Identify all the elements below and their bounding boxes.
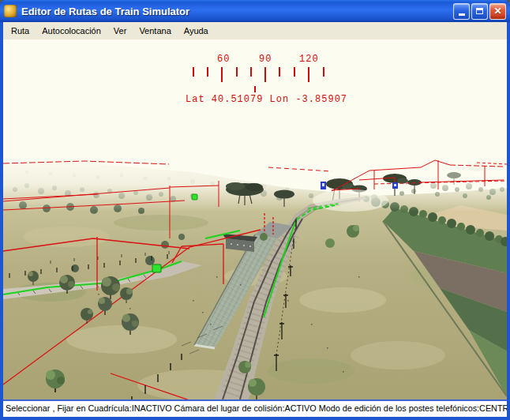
maximize-button[interactable]: [471, 3, 488, 20]
menu-ayuda[interactable]: Ayuda: [178, 24, 215, 38]
marker-blue-track[interactable]: [321, 182, 326, 189]
world-viewport[interactable]: 60 90 120: [3, 39, 507, 399]
maximize-icon: [476, 8, 483, 14]
menu-ver[interactable]: Ver: [107, 24, 133, 38]
train-icon: [4, 5, 17, 17]
marker-blue-far[interactable]: [392, 182, 398, 189]
minimize-button[interactable]: [453, 3, 470, 20]
compass-label-120: 120: [299, 54, 319, 65]
close-button[interactable]: ✕: [489, 3, 506, 20]
minimize-icon: [459, 13, 465, 16]
fog-track-end: [313, 189, 388, 212]
window-title: Editor de Rutas de Train Simulator: [21, 6, 453, 17]
status-text: Seleccionar , Fijar en Cuadrícula:INACTI…: [6, 403, 507, 413]
lat-lon-readout: Lat 40.51079 Lon -3.85907: [186, 94, 347, 105]
close-icon: ✕: [493, 6, 501, 16]
compass-label-60: 60: [217, 54, 230, 65]
status-bar: Seleccionar , Fijar en Cuadrícula:INACTI…: [3, 399, 507, 417]
route-editor-window: Editor de Rutas de Train Simulator ✕ Rut…: [0, 0, 510, 420]
window-body: Ruta Autocolocación Ver Ventana Ayuda: [3, 22, 507, 417]
window-controls: ✕: [453, 3, 506, 20]
menu-bar: Ruta Autocolocación Ver Ventana Ayuda: [3, 22, 507, 39]
menu-ventana[interactable]: Ventana: [133, 24, 177, 38]
marker-green-far[interactable]: [192, 194, 197, 200]
marker-green-road[interactable]: [152, 264, 161, 272]
compass-label-90: 90: [259, 54, 272, 65]
menu-autocolocacion[interactable]: Autocolocación: [36, 24, 107, 38]
menu-ruta[interactable]: Ruta: [5, 24, 36, 38]
fog-band: [3, 150, 507, 212]
title-bar[interactable]: Editor de Rutas de Train Simulator ✕: [0, 0, 510, 22]
